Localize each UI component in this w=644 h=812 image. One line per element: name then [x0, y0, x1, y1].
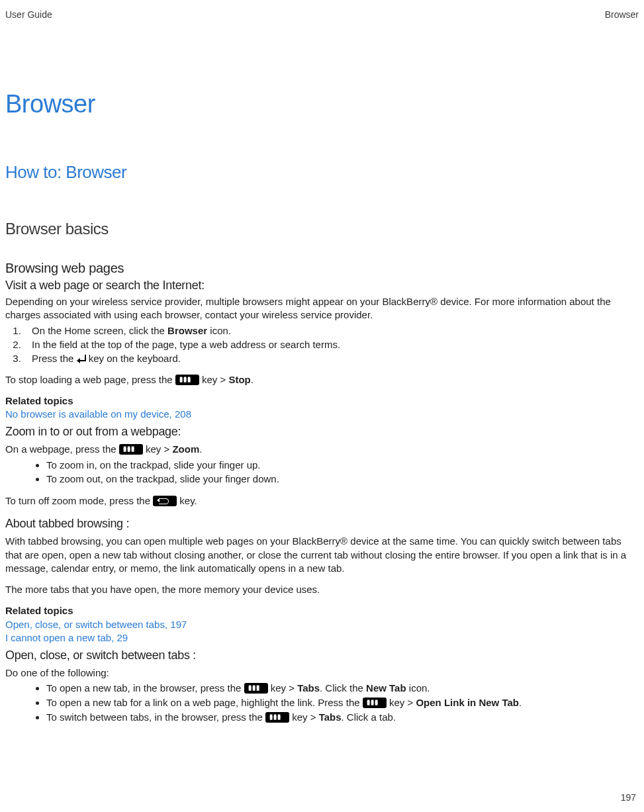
intro-text: Depending on your wireless service provi…	[5, 295, 639, 322]
menu-key-icon	[265, 712, 289, 723]
b3-mid: key >	[289, 711, 319, 723]
stop-mid: key >	[199, 374, 229, 385]
step-3-post: key on the keyboard.	[86, 353, 181, 364]
zoom-off-text: To turn off zoom mode, press the key.	[5, 494, 639, 508]
zoom-in-bullet: To zoom in, on the trackpad, slide your …	[46, 458, 639, 473]
step-1-pre: On the Home screen, click the	[32, 325, 167, 336]
subsection-heading-basics: Browser basics	[5, 220, 639, 238]
page-title: Browser	[5, 90, 639, 118]
page-header: User Guide Browser	[5, 9, 639, 20]
page-number: 197	[621, 792, 636, 803]
step-1-bold: Browser	[167, 325, 207, 336]
related-link-open-close[interactable]: Open, close, or switch between tabs, 197	[5, 618, 639, 631]
zoom-post: .	[199, 443, 202, 455]
menu-key-icon	[175, 375, 199, 385]
b3-pre: To switch between tabs, in the browser, …	[46, 711, 265, 723]
b3-bold: Tabs	[319, 711, 342, 723]
tabs-bullets: To open a new tab, in the browser, press…	[46, 681, 639, 724]
b1-mid: key >	[268, 682, 298, 694]
b3-post: . Click a tab.	[342, 711, 396, 723]
zoom-bold: Zoom	[172, 443, 199, 455]
stop-loading-text: To stop loading a web page, press the ke…	[5, 373, 639, 386]
zoom-instruction: On a webpage, press the key > Zoom.	[5, 443, 639, 456]
b1-pre: To open a new tab, in the browser, press…	[46, 682, 244, 694]
step-2: In the field at the top of the page, typ…	[24, 338, 639, 351]
b2-pre: To open a new tab for a link on a web pa…	[46, 697, 363, 708]
tabs-bullet-1: To open a new tab, in the browser, press…	[46, 681, 639, 696]
task-heading-zoom: Zoom in to or out from a webpage:	[5, 425, 639, 439]
zoom-out-bullet: To zoom out, on the trackpad, slide your…	[46, 472, 639, 486]
header-right: Browser	[605, 9, 639, 20]
b1-bold2: New Tab	[366, 682, 406, 694]
stop-post: .	[251, 374, 253, 385]
section-heading-howto: How to: Browser	[5, 162, 639, 183]
tabbed-p1: With tabbed browsing, you can open multi…	[5, 535, 639, 575]
zoom-mid: key >	[143, 443, 173, 455]
zoom-off-pre: To turn off zoom mode, press the	[5, 495, 153, 506]
b2-post: .	[519, 697, 522, 708]
tabbed-p2: The more tabs that you have open, the mo…	[5, 583, 639, 596]
related-topics-label-1: Related topics	[5, 394, 639, 408]
step-3-pre: Press the	[32, 353, 77, 364]
tabs-intro: Do one of the following:	[5, 666, 639, 680]
related-topics-label-2: Related topics	[5, 604, 639, 617]
stop-pre: To stop loading a web page, press the	[5, 374, 175, 385]
header-left: User Guide	[5, 9, 52, 20]
stop-bold: Stop	[228, 374, 250, 385]
zoom-off-post: key.	[177, 495, 197, 506]
enter-key-icon	[77, 355, 86, 363]
b1-bold1: Tabs	[297, 682, 320, 694]
task-heading-visit: Visit a web page or search the Internet:	[5, 279, 639, 293]
related-link-cannot-open[interactable]: I cannot open a new tab, 29	[5, 631, 639, 645]
tabs-bullet-2: To open a new tab for a link on a web pa…	[46, 696, 639, 710]
zoom-pre: On a webpage, press the	[5, 443, 119, 455]
related-link-no-browser[interactable]: No browser is available on my device, 20…	[5, 408, 639, 421]
tabs-bullet-3: To switch between tabs, in the browser, …	[46, 710, 639, 725]
topic-heading-browsing: Browsing web pages	[5, 261, 639, 276]
step-1: On the Home screen, click the Browser ic…	[24, 324, 639, 338]
task-heading-tabbed: About tabbed browsing :	[5, 517, 639, 531]
steps-visit: On the Home screen, click the Browser ic…	[24, 324, 639, 365]
b1-mid2: . Click the	[320, 682, 366, 694]
menu-key-icon	[363, 698, 387, 708]
step-3: Press the key on the keyboard.	[24, 351, 639, 365]
zoom-bullets: To zoom in, on the trackpad, slide your …	[46, 458, 639, 487]
step-1-post: icon.	[207, 325, 231, 336]
task-heading-tabs: Open, close, or switch between tabs :	[5, 649, 639, 662]
b1-post: icon.	[406, 682, 430, 694]
menu-key-icon	[244, 683, 268, 694]
escape-key-icon	[153, 496, 177, 506]
b2-mid: key >	[387, 697, 416, 708]
menu-key-icon	[119, 444, 143, 455]
b2-bold: Open Link in New Tab	[416, 697, 519, 708]
